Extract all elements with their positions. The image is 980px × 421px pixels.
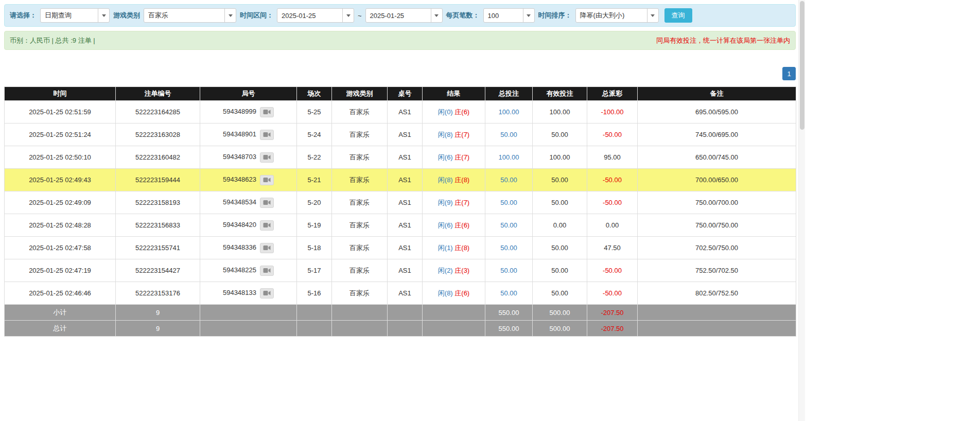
date-from-select[interactable]: 2025-01-25	[277, 8, 354, 23]
remark-cell: 745.00/695.00	[638, 124, 796, 146]
banker-result: 庄(7)	[454, 153, 469, 161]
session-cell: 5-18	[297, 237, 332, 259]
chevron-down-icon	[224, 9, 236, 22]
total-bet-link[interactable]: 100.00	[499, 153, 519, 161]
banker-result: 庄(6)	[454, 108, 469, 116]
table-number-cell: AS1	[388, 146, 423, 169]
round-cell: 594348703	[200, 146, 297, 169]
result-cell: 闲(8) 庄(7)	[423, 124, 485, 146]
banker-result: 庄(6)	[454, 221, 469, 229]
round-cell: 594348623	[200, 169, 297, 191]
sort-order-label: 时间排序：	[538, 11, 572, 20]
replay-button[interactable]	[260, 175, 274, 185]
game-type-select[interactable]: 百家乐	[144, 8, 236, 23]
search-button[interactable]: 查询	[664, 8, 692, 23]
summary-bar: 币别：人民币 | 总共 :9 注单 | 同局有效投注，统一计算在该局第一张注单内	[4, 31, 796, 50]
payout-cell: -50.00	[587, 259, 638, 282]
bet-id-cell: 522223158193	[116, 191, 200, 214]
footer-empty-cell	[332, 321, 388, 337]
session-cell: 5-25	[297, 101, 332, 124]
sort-order-select[interactable]: 降幂(由大到小)	[575, 8, 659, 23]
replay-button[interactable]	[260, 220, 274, 231]
replay-button[interactable]	[260, 288, 274, 299]
round-cell: 594348336	[200, 237, 297, 259]
total-bet-link[interactable]: 100.00	[499, 108, 519, 116]
total-bet-cell: 50.00	[485, 282, 533, 305]
replay-button[interactable]	[260, 107, 274, 117]
table-row: 2025-01-25 02:49:09522223158193594348534…	[5, 191, 796, 214]
table-number-cell: AS1	[388, 214, 423, 237]
banker-result: 庄(8)	[454, 176, 469, 184]
page-button-1[interactable]: 1	[782, 67, 796, 80]
footer-label: 总计	[5, 321, 116, 337]
chevron-down-icon	[647, 9, 658, 22]
video-camera-icon	[263, 177, 271, 183]
column-header: 桌号	[388, 87, 423, 101]
time-cell: 2025-01-25 02:49:43	[5, 169, 116, 191]
result-cell: 闲(1) 庄(8)	[423, 237, 485, 259]
table-row: 2025-01-25 02:51:24522223163028594348901…	[5, 124, 796, 146]
table-number-cell: AS1	[388, 124, 423, 146]
round-cell: 594348999	[200, 101, 297, 124]
total-bet-link[interactable]: 50.00	[500, 289, 517, 297]
date-from-value: 2025-01-25	[277, 12, 342, 20]
video-camera-icon	[263, 154, 271, 160]
replay-button[interactable]	[260, 266, 274, 276]
footer-count: 9	[116, 321, 200, 337]
scrollbar-thumb[interactable]	[800, 1, 804, 130]
game-type-cell: 百家乐	[332, 191, 388, 214]
time-cell: 2025-01-25 02:46:46	[5, 282, 116, 305]
valid-bet-cell: 0.00	[533, 214, 587, 237]
total-row: 总计9550.00500.00-207.50	[5, 321, 796, 337]
game-type-cell: 百家乐	[332, 146, 388, 169]
time-cell: 2025-01-25 02:50:10	[5, 146, 116, 169]
valid-bet-cell: 100.00	[533, 146, 587, 169]
banker-result: 庄(3)	[454, 267, 469, 274]
player-result: 闲(8)	[438, 176, 453, 184]
time-range-label: 时间区间：	[240, 11, 273, 20]
valid-bet-cell: 50.00	[533, 282, 587, 305]
remark-cell: 750.00/700.00	[638, 191, 796, 214]
game-type-cell: 百家乐	[332, 101, 388, 124]
video-camera-icon	[263, 132, 271, 137]
result-cell: 闲(8) 庄(6)	[423, 282, 485, 305]
column-header: 有效投注	[533, 87, 587, 101]
total-bet-link[interactable]: 50.00	[500, 176, 517, 184]
date-to-select[interactable]: 2025-01-25	[365, 8, 443, 23]
footer-total-bet: 550.00	[485, 321, 533, 337]
replay-button[interactable]	[260, 243, 274, 253]
total-bet-link[interactable]: 50.00	[500, 199, 517, 206]
vertical-scrollbar[interactable]	[798, 0, 805, 421]
total-bet-cell: 50.00	[485, 191, 533, 214]
total-bet-link[interactable]: 50.00	[500, 131, 517, 138]
round-id: 594348420	[223, 221, 256, 229]
remark-cell: 750.00/750.00	[638, 214, 796, 237]
total-bet-link[interactable]: 50.00	[500, 267, 517, 274]
remark-cell: 752.50/702.50	[638, 259, 796, 282]
page-size-select[interactable]: 100	[483, 8, 535, 23]
replay-button[interactable]	[260, 152, 274, 163]
query-type-select[interactable]: 日期查询	[40, 8, 110, 23]
replay-button[interactable]	[260, 198, 274, 208]
total-bet-link[interactable]: 50.00	[500, 221, 517, 229]
footer-empty-cell	[638, 305, 796, 321]
round-id: 594348901	[223, 130, 256, 138]
footer-empty-cell	[297, 305, 332, 321]
time-cell: 2025-01-25 02:48:28	[5, 214, 116, 237]
footer-empty-cell	[423, 305, 485, 321]
replay-button[interactable]	[260, 130, 274, 140]
result-cell: 闲(8) 庄(8)	[423, 169, 485, 191]
total-bet-link[interactable]: 50.00	[500, 244, 517, 252]
round-cell: 594348534	[200, 191, 297, 214]
bet-id-cell: 522223156833	[116, 214, 200, 237]
table-row: 2025-01-25 02:49:43522223159444594348623…	[5, 169, 796, 191]
video-camera-icon	[263, 245, 271, 251]
table-row: 2025-01-25 02:50:10522223160482594348703…	[5, 146, 796, 169]
table-row: 2025-01-25 02:46:46522223153176594348133…	[5, 282, 796, 305]
round-id: 594348225	[223, 266, 256, 274]
table-number-cell: AS1	[388, 191, 423, 214]
video-camera-icon	[263, 222, 271, 228]
total-bet-cell: 50.00	[485, 124, 533, 146]
session-cell: 5-22	[297, 146, 332, 169]
payout-cell: 0.00	[587, 214, 638, 237]
